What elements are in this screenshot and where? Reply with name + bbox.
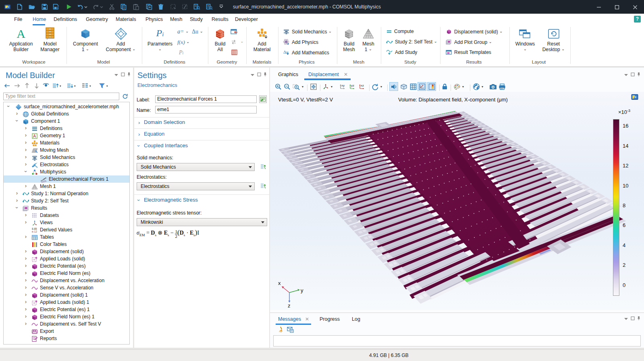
svg-text:x: x xyxy=(278,280,281,286)
svg-text:A: A xyxy=(33,134,36,138)
svg-text:8.85: 8.85 xyxy=(32,227,37,230)
svg-text:e-12: e-12 xyxy=(32,230,37,233)
svg-text:z: z xyxy=(288,303,291,309)
svg-text:y: y xyxy=(301,287,303,293)
svg-text:xy: xy xyxy=(341,84,345,87)
svg-text:yz: yz xyxy=(351,84,354,87)
svg-text:xz: xz xyxy=(361,84,364,87)
